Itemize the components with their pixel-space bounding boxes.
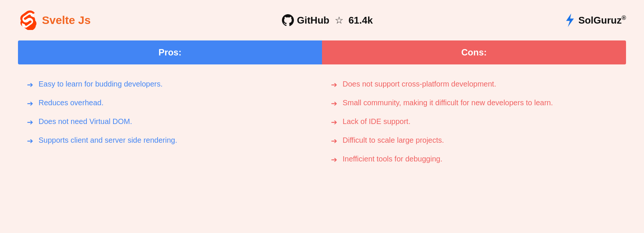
cons-arrow-icon: ➔: [331, 154, 337, 165]
header: Svelte Js GitHub ☆ 61.4k SolGuruz®: [18, 10, 626, 30]
pros-list-item: ➔ Does not need Virtual DOM.: [27, 114, 313, 130]
solguruz-name: SolGuruz®: [578, 15, 626, 26]
page: Svelte Js GitHub ☆ 61.4k SolGuruz®: [0, 0, 644, 233]
cons-arrow-icon: ➔: [331, 136, 337, 146]
cons-arrow-icon: ➔: [331, 98, 337, 109]
cons-list-item: ➔ Does not support cross-platform develo…: [331, 76, 617, 92]
cons-list-item: ➔ Difficult to scale large projects.: [331, 133, 617, 148]
pros-arrow-icon: ➔: [27, 98, 33, 109]
cons-arrow-icon: ➔: [331, 117, 337, 127]
cons-list: ➔ Does not support cross-platform develo…: [322, 73, 626, 223]
star-icon: ☆: [335, 15, 343, 26]
brand-name: Svelte Js: [42, 14, 91, 27]
cons-arrow-icon: ➔: [331, 79, 337, 90]
cons-list-item: ➔ Inefficient tools for debugging.: [331, 151, 617, 167]
github-icon: [282, 14, 294, 26]
cons-list-item: ➔ Small community, making it difficult f…: [331, 95, 617, 111]
cons-item-text: Lack of IDE support.: [343, 116, 410, 127]
pros-item-text: Easy to learn for budding developers.: [39, 79, 162, 90]
cons-item-text: Small community, making it difficult for…: [343, 97, 553, 108]
solguruz-brand: SolGuruz®: [564, 13, 626, 27]
svelte-logo: [18, 10, 37, 30]
github-section: GitHub ☆ 61.4k: [282, 14, 373, 26]
github-icon-wrap: GitHub: [282, 14, 329, 26]
github-label: GitHub: [297, 15, 329, 26]
solguruz-bolt-icon: [564, 13, 575, 27]
pros-item-text: Supports client and server side renderin…: [39, 135, 177, 146]
star-count: 61.4k: [349, 15, 373, 26]
content-area: ➔ Easy to learn for budding developers. …: [18, 73, 626, 223]
pros-list-item: ➔ Supports client and server side render…: [27, 133, 313, 148]
pros-arrow-icon: ➔: [27, 117, 33, 127]
pros-item-text: Reduces overhead.: [39, 97, 103, 108]
pros-arrow-icon: ➔: [27, 79, 33, 90]
cons-list-item: ➔ Lack of IDE support.: [331, 114, 617, 130]
cons-item-text: Difficult to scale large projects.: [343, 135, 444, 146]
cons-item-text: Inefficient tools for debugging.: [343, 154, 442, 164]
pros-list: ➔ Easy to learn for budding developers. …: [18, 73, 322, 223]
pros-list-item: ➔ Easy to learn for budding developers.: [27, 76, 313, 92]
pros-arrow-icon: ➔: [27, 136, 33, 146]
pros-header-cell: Pros:: [18, 40, 322, 64]
pros-item-text: Does not need Virtual DOM.: [39, 116, 132, 127]
brand: Svelte Js: [18, 10, 91, 30]
cons-header-cell: Cons:: [322, 40, 626, 64]
pros-cons-header: Pros: Cons:: [18, 40, 626, 64]
svg-marker-0: [566, 13, 574, 27]
pros-list-item: ➔ Reduces overhead.: [27, 95, 313, 111]
cons-item-text: Does not support cross-platform developm…: [343, 79, 496, 90]
